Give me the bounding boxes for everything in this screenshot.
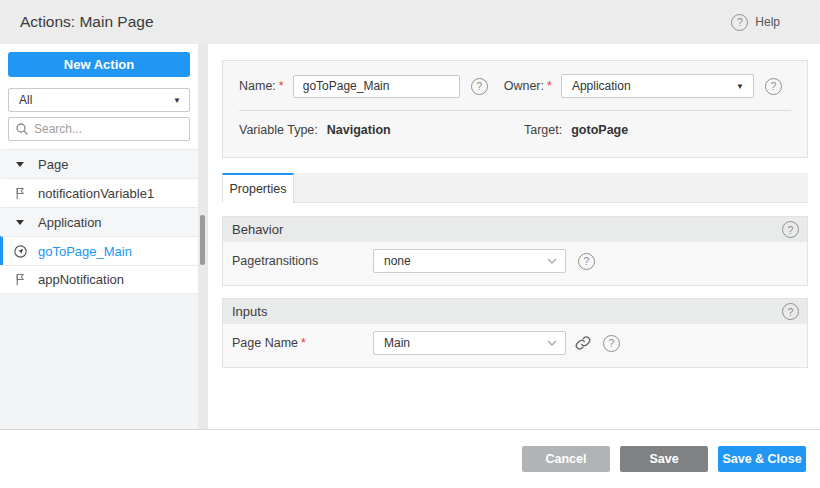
inputs-section-header: Inputs ? — [223, 299, 807, 324]
tree-item-notificationvariable1[interactable]: notificationVariable1 — [0, 178, 198, 207]
help-icon: ? — [731, 14, 748, 31]
meta-row-type-target: Variable Type: Navigation Target: gotoPa… — [223, 111, 807, 137]
window-header: Actions: Main Page ? Help — [0, 0, 820, 44]
meta-row-name-owner: Name: * ? Owner: * Application ▼ ? — [223, 61, 807, 98]
help-button[interactable]: ? Help — [731, 14, 780, 31]
tree-item-label: notificationVariable1 — [38, 186, 154, 201]
owner-label: Owner: — [504, 79, 544, 93]
sidebar-scrollbar-thumb[interactable] — [200, 215, 205, 265]
sidebar-scrollbar[interactable] — [198, 44, 208, 429]
name-field[interactable] — [293, 75, 460, 98]
filter-select[interactable]: All ▼ — [8, 88, 190, 112]
actions-tree: Page notificationVariable1 Application — [0, 149, 198, 294]
inputs-section-title: Inputs — [232, 304, 267, 319]
flag-icon — [12, 272, 28, 288]
target-value: gotoPage — [571, 123, 628, 137]
page-name-help-icon[interactable]: ? — [603, 335, 620, 352]
search-icon — [15, 121, 29, 137]
chevron-down-icon: ▼ — [736, 82, 744, 91]
inputs-help-icon[interactable]: ? — [782, 303, 799, 320]
inputs-section: Inputs ? Page Name * Main — [222, 298, 808, 368]
chevron-down-icon — [547, 340, 557, 346]
action-detail-panel: Name: * ? Owner: * Application ▼ ? Varia… — [208, 44, 820, 429]
search-box[interactable] — [8, 117, 190, 141]
save-button[interactable]: Save — [620, 446, 708, 472]
page-name-select[interactable]: Main — [373, 331, 566, 355]
required-marker: * — [301, 336, 306, 350]
caret-down-icon[interactable] — [12, 156, 28, 172]
tree-group-label: Page — [38, 157, 68, 172]
required-marker: * — [279, 79, 284, 93]
navigation-icon — [12, 243, 28, 259]
tree-item-gotopage-main[interactable]: goToPage_Main — [0, 236, 198, 265]
owner-help-icon[interactable]: ? — [765, 78, 782, 95]
cancel-button[interactable]: Cancel — [522, 446, 610, 472]
behavior-section-header: Behavior ? — [223, 217, 807, 242]
required-marker: * — [547, 79, 552, 93]
tree-item-label: goToPage_Main — [38, 244, 132, 259]
bind-link-icon[interactable] — [575, 335, 591, 351]
behavior-section-body: Pagetransitions none ? — [223, 242, 807, 285]
flag-icon — [12, 185, 28, 201]
chevron-down-icon — [547, 258, 557, 264]
tree-group-application[interactable]: Application — [0, 207, 198, 236]
caret-down-icon[interactable] — [12, 214, 28, 230]
page-name-row: Page Name * Main — [232, 331, 798, 355]
pagetransitions-select-value: none — [384, 254, 411, 268]
page-name-label-text: Page Name — [232, 336, 298, 350]
tree-group-label: Application — [38, 215, 102, 230]
variable-type-label: Variable Type: — [239, 123, 318, 137]
detail-tabbar: Properties — [222, 173, 808, 203]
pagetransitions-row: Pagetransitions none ? — [232, 249, 798, 273]
target-label: Target: — [524, 123, 562, 137]
tree-group-page[interactable]: Page — [0, 149, 198, 178]
help-label: Help — [755, 15, 780, 29]
chevron-down-icon: ▼ — [173, 96, 181, 105]
behavior-help-icon[interactable]: ? — [782, 221, 799, 238]
name-label: Name: — [239, 79, 276, 93]
window-body: New Action All ▼ — [0, 44, 820, 430]
filter-select-value: All — [19, 93, 32, 107]
action-meta-form: Name: * ? Owner: * Application ▼ ? Varia… — [222, 60, 808, 158]
sidebar-controls: New Action All ▼ — [0, 44, 198, 149]
pagetransitions-help-icon[interactable]: ? — [578, 253, 595, 270]
tree-item-appnotification[interactable]: appNotification — [0, 265, 198, 294]
page-name-select-value: Main — [384, 336, 410, 350]
variable-type-value: Navigation — [327, 123, 391, 137]
actions-sidebar: New Action All ▼ — [0, 44, 198, 429]
behavior-section-title: Behavior — [232, 222, 283, 237]
tree-item-label: appNotification — [38, 272, 124, 287]
pagetransitions-label: Pagetransitions — [232, 254, 373, 268]
save-and-close-button[interactable]: Save & Close — [718, 446, 806, 472]
tab-properties[interactable]: Properties — [222, 173, 294, 203]
actions-editor-window: Actions: Main Page ? Help New Action All… — [0, 0, 820, 488]
page-title: Actions: Main Page — [20, 13, 154, 31]
inputs-section-body: Page Name * Main — [223, 324, 807, 367]
owner-select-value: Application — [572, 79, 631, 93]
footer-bar: Cancel Save Save & Close — [0, 430, 820, 488]
owner-select[interactable]: Application ▼ — [561, 74, 754, 98]
behavior-section: Behavior ? Pagetransitions none ? — [222, 216, 808, 286]
page-name-label: Page Name * — [232, 336, 373, 350]
search-input[interactable] — [34, 122, 189, 136]
pagetransitions-select[interactable]: none — [373, 249, 566, 273]
name-help-icon[interactable]: ? — [471, 78, 488, 95]
new-action-button[interactable]: New Action — [8, 52, 190, 77]
